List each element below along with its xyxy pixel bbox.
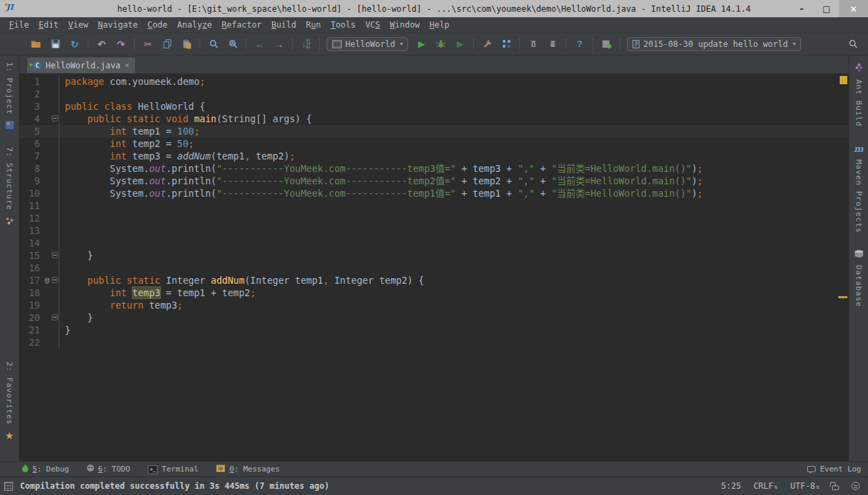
code-text[interactable]: int temp3 = addNum(temp1, temp2); <box>59 150 849 162</box>
line-number[interactable]: 19 <box>19 299 43 311</box>
changelist-combo[interactable]: ?2015-08-30 update hello world▼ <box>627 37 801 51</box>
synchronize-button[interactable]: ↻ <box>65 36 84 52</box>
line-numbers-button[interactable]: ↓011001 <box>296 36 316 52</box>
code-text[interactable]: public static Integer addNum(Integer tem… <box>59 274 849 287</box>
run-button[interactable]: ▶ <box>412 36 431 52</box>
menu-run[interactable]: Run <box>301 19 326 31</box>
line-number[interactable]: 5 <box>19 125 43 137</box>
run-config-combo[interactable]: HelloWorld▼ <box>327 37 408 51</box>
tab-close-icon[interactable]: × <box>124 61 129 69</box>
code-text[interactable]: public class HelloWorld { <box>59 100 849 113</box>
code-text[interactable] <box>59 88 849 100</box>
menu-view[interactable]: View <box>64 19 93 31</box>
tab-helloworld-java[interactable]: C HelloWorld.java × <box>26 57 136 73</box>
line-number[interactable]: 7 <box>19 150 43 162</box>
code-text[interactable] <box>59 237 849 249</box>
code-text[interactable]: System.out.println("-----------YouMeek.c… <box>59 162 849 175</box>
search-everywhere-button[interactable] <box>843 36 862 52</box>
menu-window[interactable]: Window <box>385 19 425 31</box>
find-button[interactable] <box>204 36 223 52</box>
line-ending-widget[interactable]: CRLF <box>753 481 778 491</box>
save-all-button[interactable] <box>46 36 65 52</box>
strip-button-2-favorites[interactable]: 2: Favorites★ <box>5 362 14 442</box>
code-line[interactable]: 5 int temp1 = 100; <box>19 125 849 137</box>
project-structure-button[interactable] <box>496 36 516 52</box>
line-number[interactable]: 17 <box>19 274 43 287</box>
inspections-hector-icon[interactable] <box>851 482 860 490</box>
line-number[interactable]: 18 <box>19 287 43 299</box>
code-line[interactable]: 1package com.youmeek.demo; <box>19 75 849 88</box>
toggle-tool-buttons-icon[interactable] <box>4 482 13 491</box>
caret-position-widget[interactable]: 5:25 <box>721 481 741 491</box>
code-text[interactable]: System.out.println("-----------YouMeek.c… <box>59 175 849 187</box>
lock-icon[interactable] <box>832 485 839 490</box>
menu-edit[interactable]: Edit <box>34 19 64 31</box>
strip-button-database[interactable]: Database <box>854 248 863 307</box>
menu-tools[interactable]: Tools <box>326 19 360 31</box>
code-line[interactable]: 15 } <box>19 249 849 262</box>
paste-button[interactable] <box>177 36 196 52</box>
forward-button[interactable]: → <box>269 36 289 52</box>
code-text[interactable]: int temp2 = 50; <box>59 137 849 150</box>
menu-code[interactable]: Code <box>143 19 173 31</box>
fold-marker-icon[interactable] <box>52 277 58 283</box>
code-text[interactable]: package com.youmeek.demo; <box>59 75 849 88</box>
strip-button-7-structure[interactable]: 7: Structure <box>5 147 14 227</box>
line-number[interactable]: 6 <box>19 137 43 150</box>
code-line[interactable]: 11 <box>19 200 849 212</box>
line-number[interactable]: 1 <box>19 75 43 88</box>
fold-marker-icon[interactable] <box>52 252 58 258</box>
menu-build[interactable]: Build <box>267 19 301 31</box>
line-number[interactable]: 15 <box>19 249 43 262</box>
undo-button[interactable]: ↶ <box>92 36 111 52</box>
code-line[interactable]: 6 int temp2 = 50; <box>19 137 849 150</box>
line-number[interactable]: 8 <box>19 162 43 175</box>
line-number[interactable]: 21 <box>19 324 43 336</box>
tool-window-button-5-debug[interactable]: 5: Debug <box>22 464 69 474</box>
line-number[interactable]: 20 <box>19 311 43 324</box>
cut-button[interactable]: ✂ <box>138 36 157 52</box>
line-number[interactable]: 10 <box>19 187 43 200</box>
line-number[interactable]: 13 <box>19 224 43 237</box>
open-project-button[interactable] <box>26 36 46 52</box>
tool-window-button-0-messages[interactable]: 0: Messages <box>216 465 280 474</box>
android-device-button[interactable] <box>543 36 562 52</box>
encoding-widget[interactable]: UTF-8 <box>790 481 820 491</box>
maximize-button[interactable]: □ <box>814 0 839 17</box>
redo-button[interactable]: ↷ <box>111 36 131 52</box>
code-line[interactable]: 7 int temp3 = addNum(temp1, temp2); <box>19 150 849 162</box>
line-number[interactable]: 16 <box>19 262 43 274</box>
line-number[interactable]: 2 <box>19 88 43 100</box>
code-text[interactable]: int temp1 = 100; <box>59 125 849 137</box>
code-text[interactable] <box>59 224 849 237</box>
code-line[interactable]: 12 <box>19 212 849 224</box>
code-line[interactable]: 3public class HelloWorld { <box>19 100 849 113</box>
fold-marker-icon[interactable] <box>52 314 58 320</box>
code-line[interactable]: 4 public static void main(String[] args)… <box>19 113 849 125</box>
code-line[interactable]: 9 System.out.println("-----------YouMeek… <box>19 175 849 187</box>
tool-window-button-6-todo[interactable]: 6: TODO <box>87 465 130 474</box>
line-number[interactable]: 9 <box>19 175 43 187</box>
code-text[interactable] <box>59 336 849 349</box>
code-text[interactable]: } <box>59 324 849 336</box>
tool-window-button-terminal[interactable]: >_Terminal <box>148 464 198 474</box>
code-line[interactable]: 13 <box>19 224 849 237</box>
menu-help[interactable]: Help <box>425 19 454 31</box>
code-line[interactable]: 18 int temp3 = temp1 + temp2; <box>19 287 849 299</box>
code-editor[interactable]: 1package com.youmeek.demo;23public class… <box>19 74 849 461</box>
code-line[interactable]: 2 <box>19 88 849 100</box>
android-sdk-button[interactable] <box>523 36 543 52</box>
code-line[interactable]: 8 System.out.println("-----------YouMeek… <box>19 162 849 175</box>
close-button[interactable]: × <box>839 0 868 17</box>
menu-refactor[interactable]: Refactor <box>217 19 267 31</box>
warning-indicator-mark[interactable] <box>840 76 847 84</box>
line-number[interactable]: 12 <box>19 212 43 224</box>
code-text[interactable]: } <box>59 311 849 324</box>
line-number[interactable]: 4 <box>19 113 43 125</box>
menu-vcs[interactable]: VCS <box>360 19 385 31</box>
line-number[interactable]: 11 <box>19 200 43 212</box>
highlight-stripe-mark[interactable] <box>838 296 847 298</box>
code-text[interactable] <box>59 262 849 274</box>
line-number[interactable]: 14 <box>19 237 43 249</box>
replace-button[interactable]: A <box>223 36 242 52</box>
